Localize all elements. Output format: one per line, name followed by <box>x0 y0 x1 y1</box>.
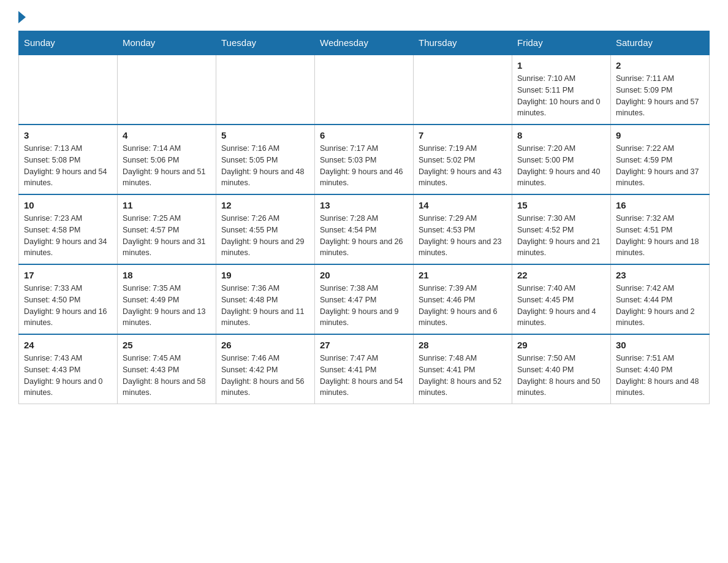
day-info: Sunrise: 7:14 AMSunset: 5:06 PMDaylight:… <box>123 143 211 189</box>
day-number: 16 <box>616 200 704 210</box>
logo-triangle-icon <box>18 11 26 23</box>
calendar-cell <box>216 55 315 124</box>
day-number: 24 <box>24 340 112 350</box>
day-info: Sunrise: 7:13 AMSunset: 5:08 PMDaylight:… <box>24 143 112 189</box>
day-info: Sunrise: 7:16 AMSunset: 5:05 PMDaylight:… <box>221 143 309 189</box>
calendar-cell: 22Sunrise: 7:40 AMSunset: 4:45 PMDayligh… <box>512 264 611 334</box>
day-info: Sunrise: 7:25 AMSunset: 4:57 PMDaylight:… <box>123 213 211 259</box>
day-number: 8 <box>517 130 605 140</box>
calendar-cell: 6Sunrise: 7:17 AMSunset: 5:03 PMDaylight… <box>315 124 414 194</box>
calendar-cell: 13Sunrise: 7:28 AMSunset: 4:54 PMDayligh… <box>315 194 414 264</box>
day-info: Sunrise: 7:39 AMSunset: 4:46 PMDaylight:… <box>419 283 507 329</box>
day-number: 27 <box>320 340 408 350</box>
column-header-wednesday: Wednesday <box>315 31 414 55</box>
day-number: 2 <box>616 60 704 71</box>
day-number: 13 <box>320 200 408 210</box>
calendar-cell: 5Sunrise: 7:16 AMSunset: 5:05 PMDaylight… <box>216 124 315 194</box>
column-header-friday: Friday <box>512 31 611 55</box>
day-info: Sunrise: 7:46 AMSunset: 4:42 PMDaylight:… <box>221 353 309 399</box>
day-info: Sunrise: 7:32 AMSunset: 4:51 PMDaylight:… <box>616 213 704 259</box>
calendar-cell: 9Sunrise: 7:22 AMSunset: 4:59 PMDaylight… <box>611 124 710 194</box>
day-info: Sunrise: 7:35 AMSunset: 4:49 PMDaylight:… <box>123 283 211 329</box>
day-number: 18 <box>123 270 211 280</box>
calendar-cell <box>315 55 414 124</box>
column-header-thursday: Thursday <box>414 31 512 55</box>
day-number: 12 <box>221 200 309 210</box>
day-info: Sunrise: 7:43 AMSunset: 4:43 PMDaylight:… <box>24 353 112 399</box>
calendar-cell: 14Sunrise: 7:29 AMSunset: 4:53 PMDayligh… <box>414 194 512 264</box>
day-number: 7 <box>419 130 507 140</box>
day-info: Sunrise: 7:50 AMSunset: 4:40 PMDaylight:… <box>517 353 605 399</box>
day-info: Sunrise: 7:20 AMSunset: 5:00 PMDaylight:… <box>517 143 605 189</box>
week-row-2: 3Sunrise: 7:13 AMSunset: 5:08 PMDaylight… <box>19 124 710 194</box>
calendar-cell: 11Sunrise: 7:25 AMSunset: 4:57 PMDayligh… <box>118 194 216 264</box>
column-header-tuesday: Tuesday <box>216 31 315 55</box>
calendar-cell: 24Sunrise: 7:43 AMSunset: 4:43 PMDayligh… <box>19 334 118 404</box>
calendar-cell: 16Sunrise: 7:32 AMSunset: 4:51 PMDayligh… <box>611 194 710 264</box>
column-header-saturday: Saturday <box>611 31 710 55</box>
logo <box>18 12 27 25</box>
logo-blue-text <box>18 12 27 25</box>
calendar-cell: 29Sunrise: 7:50 AMSunset: 4:40 PMDayligh… <box>512 334 611 404</box>
column-header-sunday: Sunday <box>19 31 118 55</box>
day-info: Sunrise: 7:51 AMSunset: 4:40 PMDaylight:… <box>616 353 704 399</box>
calendar-cell: 26Sunrise: 7:46 AMSunset: 4:42 PMDayligh… <box>216 334 315 404</box>
day-info: Sunrise: 7:11 AMSunset: 5:09 PMDaylight:… <box>616 73 704 119</box>
calendar-cell: 20Sunrise: 7:38 AMSunset: 4:47 PMDayligh… <box>315 264 414 334</box>
day-number: 10 <box>24 200 112 210</box>
calendar-cell: 4Sunrise: 7:14 AMSunset: 5:06 PMDaylight… <box>118 124 216 194</box>
day-number: 30 <box>616 340 704 350</box>
day-number: 4 <box>123 130 211 140</box>
day-info: Sunrise: 7:30 AMSunset: 4:52 PMDaylight:… <box>517 213 605 259</box>
day-info: Sunrise: 7:45 AMSunset: 4:43 PMDaylight:… <box>123 353 211 399</box>
week-row-1: 1Sunrise: 7:10 AMSunset: 5:11 PMDaylight… <box>19 55 710 124</box>
calendar-cell: 19Sunrise: 7:36 AMSunset: 4:48 PMDayligh… <box>216 264 315 334</box>
week-row-5: 24Sunrise: 7:43 AMSunset: 4:43 PMDayligh… <box>19 334 710 404</box>
day-number: 19 <box>221 270 309 280</box>
calendar-table: SundayMondayTuesdayWednesdayThursdayFrid… <box>18 31 710 404</box>
calendar-cell: 10Sunrise: 7:23 AMSunset: 4:58 PMDayligh… <box>19 194 118 264</box>
calendar-cell: 23Sunrise: 7:42 AMSunset: 4:44 PMDayligh… <box>611 264 710 334</box>
day-info: Sunrise: 7:26 AMSunset: 4:55 PMDaylight:… <box>221 213 309 259</box>
column-header-monday: Monday <box>118 31 216 55</box>
calendar-cell: 28Sunrise: 7:48 AMSunset: 4:41 PMDayligh… <box>414 334 512 404</box>
day-number: 26 <box>221 340 309 350</box>
day-number: 6 <box>320 130 408 140</box>
calendar-cell: 2Sunrise: 7:11 AMSunset: 5:09 PMDaylight… <box>611 55 710 124</box>
week-row-3: 10Sunrise: 7:23 AMSunset: 4:58 PMDayligh… <box>19 194 710 264</box>
day-info: Sunrise: 7:28 AMSunset: 4:54 PMDaylight:… <box>320 213 408 259</box>
day-number: 5 <box>221 130 309 140</box>
calendar-cell: 1Sunrise: 7:10 AMSunset: 5:11 PMDaylight… <box>512 55 611 124</box>
day-info: Sunrise: 7:29 AMSunset: 4:53 PMDaylight:… <box>419 213 507 259</box>
day-number: 9 <box>616 130 704 140</box>
calendar-cell: 7Sunrise: 7:19 AMSunset: 5:02 PMDaylight… <box>414 124 512 194</box>
calendar-cell <box>414 55 512 124</box>
day-number: 25 <box>123 340 211 350</box>
week-row-4: 17Sunrise: 7:33 AMSunset: 4:50 PMDayligh… <box>19 264 710 334</box>
day-number: 20 <box>320 270 408 280</box>
calendar-cell: 25Sunrise: 7:45 AMSunset: 4:43 PMDayligh… <box>118 334 216 404</box>
day-info: Sunrise: 7:38 AMSunset: 4:47 PMDaylight:… <box>320 283 408 329</box>
day-number: 23 <box>616 270 704 280</box>
calendar-header-row: SundayMondayTuesdayWednesdayThursdayFrid… <box>19 31 710 55</box>
day-number: 1 <box>517 60 605 71</box>
day-info: Sunrise: 7:36 AMSunset: 4:48 PMDaylight:… <box>221 283 309 329</box>
day-info: Sunrise: 7:40 AMSunset: 4:45 PMDaylight:… <box>517 283 605 329</box>
calendar-cell <box>19 55 118 124</box>
calendar-cell: 12Sunrise: 7:26 AMSunset: 4:55 PMDayligh… <box>216 194 315 264</box>
day-number: 15 <box>517 200 605 210</box>
calendar-cell: 15Sunrise: 7:30 AMSunset: 4:52 PMDayligh… <box>512 194 611 264</box>
day-number: 11 <box>123 200 211 210</box>
day-number: 21 <box>419 270 507 280</box>
day-info: Sunrise: 7:48 AMSunset: 4:41 PMDaylight:… <box>419 353 507 399</box>
calendar-cell: 18Sunrise: 7:35 AMSunset: 4:49 PMDayligh… <box>118 264 216 334</box>
calendar-cell: 27Sunrise: 7:47 AMSunset: 4:41 PMDayligh… <box>315 334 414 404</box>
calendar-cell <box>118 55 216 124</box>
day-number: 29 <box>517 340 605 350</box>
calendar-cell: 30Sunrise: 7:51 AMSunset: 4:40 PMDayligh… <box>611 334 710 404</box>
day-number: 28 <box>419 340 507 350</box>
day-info: Sunrise: 7:19 AMSunset: 5:02 PMDaylight:… <box>419 143 507 189</box>
day-number: 14 <box>419 200 507 210</box>
day-number: 22 <box>517 270 605 280</box>
page-header <box>18 12 710 25</box>
